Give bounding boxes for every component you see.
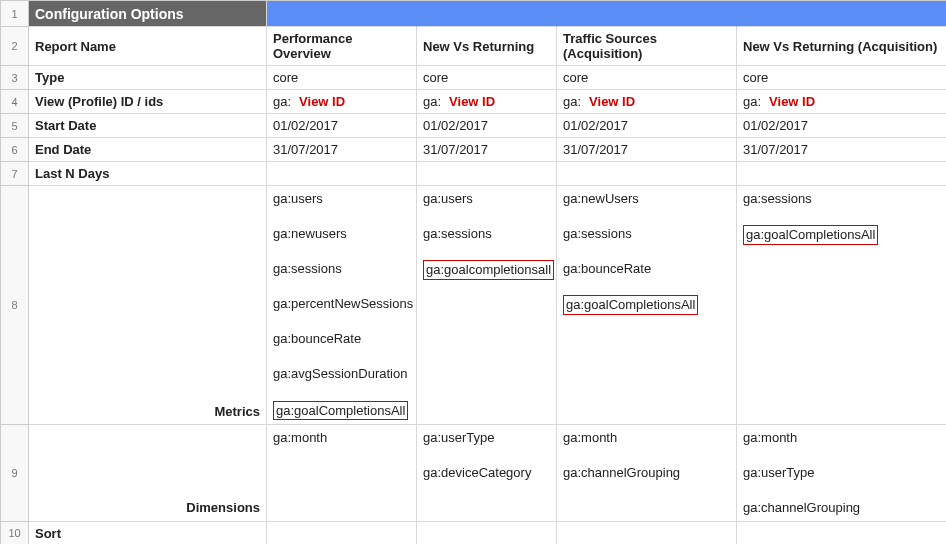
start-date-col3[interactable]: 01/02/2017: [737, 114, 946, 138]
metric-line: ga:percentNewSessions: [273, 295, 413, 313]
dimension-line: ga:month: [743, 429, 797, 447]
view-prefix: ga:: [423, 94, 441, 109]
metric-line: ga:sessions: [273, 260, 342, 278]
header-blank: [267, 1, 417, 27]
report-name-col3[interactable]: New Vs Returning (Acquisition): [737, 27, 946, 66]
sort-col1[interactable]: [417, 522, 557, 544]
sort-col3[interactable]: [737, 522, 946, 544]
label-metrics: Metrics: [29, 186, 267, 425]
row-header: 8: [1, 186, 29, 425]
header-blank: [737, 1, 946, 27]
metric-line: ga:bounceRate: [273, 330, 361, 348]
start-date-col0[interactable]: 01/02/2017: [267, 114, 417, 138]
metric-line: ga:newUsers: [563, 190, 639, 208]
header-blank: [557, 1, 737, 27]
spreadsheet-grid[interactable]: 1Configuration Options2Report NamePerfor…: [0, 0, 946, 544]
view-id-annotation: View ID: [589, 94, 635, 109]
metric-line: ga:users: [273, 190, 323, 208]
config-title: Configuration Options: [29, 1, 267, 27]
view-prefix: ga:: [273, 94, 291, 109]
view-prefix: ga:: [743, 94, 761, 109]
view-prefix: ga:: [563, 94, 581, 109]
report-name-col0[interactable]: Performance Overview: [267, 27, 417, 66]
metrics-col2[interactable]: ga:newUsersga:sessionsga:bounceRatega:go…: [557, 186, 737, 425]
end-date-col1[interactable]: 31/07/2017: [417, 138, 557, 162]
end-date-col2[interactable]: 31/07/2017: [557, 138, 737, 162]
row-header: 10: [1, 522, 29, 544]
dimension-line: ga:month: [273, 429, 327, 447]
type-col2[interactable]: core: [557, 66, 737, 90]
dimension-line: ga:month: [563, 429, 617, 447]
dimension-line: ga:channelGrouping: [743, 499, 860, 517]
label-sort: Sort: [29, 522, 267, 544]
metric-line: ga:newusers: [273, 225, 347, 243]
report-name-col1[interactable]: New Vs Returning: [417, 27, 557, 66]
view-id-annotation: View ID: [769, 94, 815, 109]
view-id-col2[interactable]: ga:View ID: [557, 90, 737, 114]
label-end-date: End Date: [29, 138, 267, 162]
row-header: 3: [1, 66, 29, 90]
row-header: 5: [1, 114, 29, 138]
dimension-line: ga:userType: [423, 429, 495, 447]
dimensions-col2[interactable]: ga:monthga:channelGrouping: [557, 425, 737, 522]
metrics-col1[interactable]: ga:usersga:sessionsga:goalcompletionsall: [417, 186, 557, 425]
view-id-col3[interactable]: ga:View ID: [737, 90, 946, 114]
dimension-line: ga:deviceCategory: [423, 464, 531, 482]
start-date-col2[interactable]: 01/02/2017: [557, 114, 737, 138]
label-type: Type: [29, 66, 267, 90]
dimensions-col3[interactable]: ga:monthga:userTypega:channelGrouping: [737, 425, 946, 522]
type-col3[interactable]: core: [737, 66, 946, 90]
label-start-date: Start Date: [29, 114, 267, 138]
row-header: 4: [1, 90, 29, 114]
label-last-n: Last N Days: [29, 162, 267, 186]
highlighted-metric: ga:goalcompletionsall: [423, 260, 554, 280]
metric-line: ga:bounceRate: [563, 260, 651, 278]
dimension-line: ga:channelGrouping: [563, 464, 680, 482]
view-id-annotation: View ID: [299, 94, 345, 109]
last-n-col2[interactable]: [557, 162, 737, 186]
label-report-name: Report Name: [29, 27, 267, 66]
highlighted-metric: ga:goalCompletionsAll: [563, 295, 698, 315]
start-date-col1[interactable]: 01/02/2017: [417, 114, 557, 138]
dimensions-col1[interactable]: ga:userTypega:deviceCategory: [417, 425, 557, 522]
dimensions-col0[interactable]: ga:month: [267, 425, 417, 522]
sort-col0[interactable]: [267, 522, 417, 544]
view-id-annotation: View ID: [449, 94, 495, 109]
last-n-col3[interactable]: [737, 162, 946, 186]
label-dimensions: Dimensions: [29, 425, 267, 522]
end-date-col3[interactable]: 31/07/2017: [737, 138, 946, 162]
row-header: 1: [1, 1, 29, 27]
header-blank: [417, 1, 557, 27]
metric-line: ga:sessions: [743, 190, 812, 208]
metrics-col3[interactable]: ga:sessionsga:goalCompletionsAll: [737, 186, 946, 425]
type-col0[interactable]: core: [267, 66, 417, 90]
metric-line: ga:sessions: [563, 225, 632, 243]
row-header: 2: [1, 27, 29, 66]
end-date-col0[interactable]: 31/07/2017: [267, 138, 417, 162]
type-col1[interactable]: core: [417, 66, 557, 90]
highlighted-metric: ga:goalCompletionsAll: [273, 401, 408, 421]
highlighted-metric: ga:goalCompletionsAll: [743, 225, 878, 245]
row-header: 7: [1, 162, 29, 186]
row-header: 9: [1, 425, 29, 522]
metrics-col0[interactable]: ga:usersga:newusersga:sessionsga:percent…: [267, 186, 417, 425]
row-header: 6: [1, 138, 29, 162]
sort-col2[interactable]: [557, 522, 737, 544]
view-id-col1[interactable]: ga:View ID: [417, 90, 557, 114]
last-n-col0[interactable]: [267, 162, 417, 186]
label-view-id: View (Profile) ID / ids: [29, 90, 267, 114]
metric-line: ga:users: [423, 190, 473, 208]
metric-line: ga:avgSessionDuration: [273, 365, 407, 383]
dimension-line: ga:userType: [743, 464, 815, 482]
view-id-col0[interactable]: ga:View ID: [267, 90, 417, 114]
metric-line: ga:sessions: [423, 225, 492, 243]
report-name-col2[interactable]: Traffic Sources (Acquisition): [557, 27, 737, 66]
last-n-col1[interactable]: [417, 162, 557, 186]
